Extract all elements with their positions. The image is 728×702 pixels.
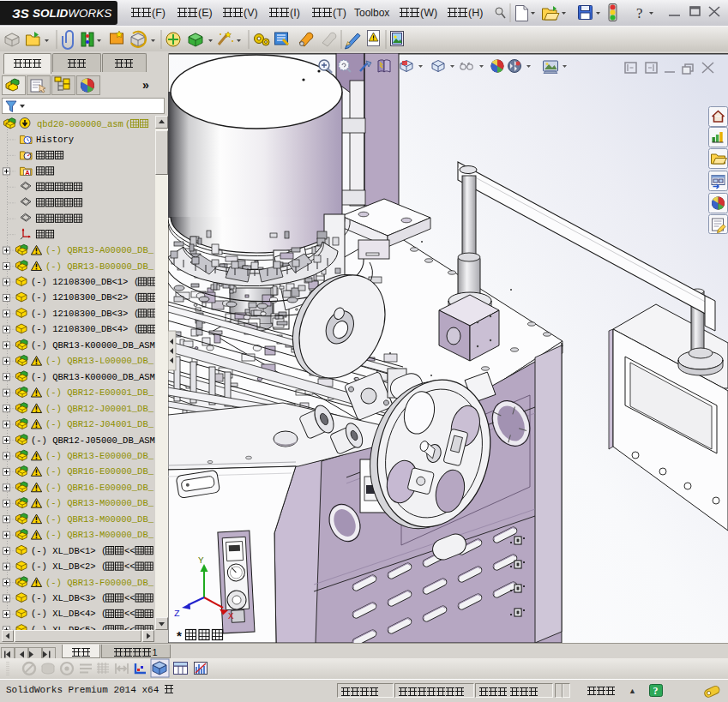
svg-text:<<: << [124,593,135,603]
svg-text:(-) QBR12-J04001_DB_: (-) QBR12-J04001_DB_ [45,419,154,429]
svg-text:(-) QBR16-E00000_DB_: (-) QBR16-E00000_DB_ [45,466,154,477]
svg-text:(-) QBR13-M00000_DB_: (-) QBR13-M00000_DB_ [45,514,154,525]
svg-text:History: History [36,135,74,145]
svg-text:*: * [177,628,182,643]
svg-text:(-) QBR13-M00000_DB_: (-) QBR13-M00000_DB_ [45,498,154,508]
svg-text:(-) XL_DB<4>: (-) XL_DB<4> [31,609,101,619]
svg-text:<<: << [124,561,135,572]
svg-text:(-) QBR12-E00001_DB_: (-) QBR12-E00001_DB_ [45,387,154,398]
svg-text:Y: Y [198,555,204,566]
svg-text:(: ( [125,119,130,129]
svg-text:(-) QBR16-E00000_DB_: (-) QBR16-E00000_DB_ [45,483,154,493]
svg-text:<<: << [124,546,135,556]
svg-text:Z: Z [174,609,180,619]
svg-text:(-) QBR13-M00000_DB_: (-) QBR13-M00000_DB_ [45,530,154,540]
svg-text:(-) QBR13-F00000_DB_: (-) QBR13-F00000_DB_ [45,578,154,588]
svg-text:(-) QBR13-K00000_DB_ASM: (-) QBR13-K00000_DB_ASM [31,340,155,351]
svg-text:SOLIDWORKS: SOLIDWORKS [33,7,111,20]
svg-text:(-) QBR13-A00000_DB_: (-) QBR13-A00000_DB_ [45,245,154,255]
svg-text:(-) QBR12-J05000_DB_ASM: (-) QBR12-J05000_DB_ASM [31,435,155,446]
svg-text:(-) QBR12-J00001_DB_: (-) QBR12-J00001_DB_ [45,404,154,414]
svg-text:(-) XL_DB<1>: (-) XL_DB<1> [31,546,101,556]
svg-text:<<: << [124,609,135,619]
svg-text:(-) XL_DB<2>: (-) XL_DB<2> [31,561,101,572]
svg-text:(-) XL_DB<3>: (-) XL_DB<3> [31,593,101,603]
svg-text:(-) 12108300_DB<1>: (-) 12108300_DB<1> [31,277,134,287]
svg-text:?: ? [653,685,659,697]
svg-text:(-) QBR13-K00000_DB_ASM: (-) QBR13-K00000_DB_ASM [31,372,155,382]
svg-text:(-) 12108300_DB<2>: (-) 12108300_DB<2> [31,292,134,303]
svg-text:(-) QBR13-L00000_DB_: (-) QBR13-L00000_DB_ [45,356,154,366]
svg-text:X: X [228,611,234,621]
svg-text:(-) 12108300_DB<3>: (-) 12108300_DB<3> [31,309,134,319]
svg-text:(-) QBR13-E00000_DB_: (-) QBR13-E00000_DB_ [45,451,154,461]
svg-text:qbd20-000000_asm: qbd20-000000_asm [37,119,123,129]
svg-text:(-) QBR13-B00000_DB_: (-) QBR13-B00000_DB_ [45,261,154,272]
svg-text:?: ? [636,5,643,21]
svg-text:ЗS: ЗS [12,6,29,21]
svg-text:(-) 12108300_DB<4>: (-) 12108300_DB<4> [31,324,134,334]
